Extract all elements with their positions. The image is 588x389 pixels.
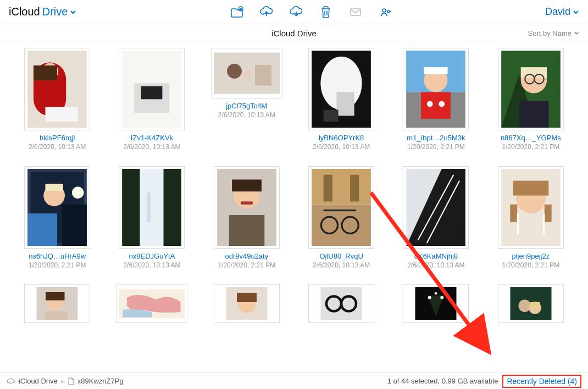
file-item[interactable] — [487, 284, 575, 323]
file-item[interactable] — [392, 284, 480, 323]
svg-rect-42 — [27, 213, 57, 246]
svg-rect-52 — [229, 215, 265, 246]
file-thumbnail — [308, 284, 374, 323]
svg-rect-68 — [545, 205, 552, 222]
file-name: jpCl75gTc4M — [226, 102, 267, 110]
file-date: 2/6/2020, 10:13 AM — [313, 261, 370, 269]
recently-deleted-link[interactable]: Recently Deleted (4) — [502, 375, 581, 388]
file-thumbnail — [119, 166, 185, 249]
upload-button[interactable] — [259, 5, 274, 19]
svg-rect-91 — [530, 302, 540, 308]
svg-rect-41 — [46, 184, 63, 191]
chevron-down-icon — [70, 9, 76, 15]
file-date: 2/6/2020, 10:13 AM — [29, 143, 86, 151]
file-item[interactable] — [13, 284, 101, 323]
file-thumbnail — [308, 48, 374, 130]
share-button[interactable] — [378, 5, 392, 19]
svg-rect-15 — [141, 86, 163, 100]
location-bar: iCloud Drive Sort by Name — [0, 24, 588, 42]
file-icon — [68, 377, 74, 385]
svg-rect-19 — [255, 65, 271, 86]
svg-rect-66 — [513, 181, 549, 196]
file-item[interactable]: m1_Ibpt…2u5M3k1/20/2020, 2:21 PM — [392, 48, 480, 151]
svg-rect-28 — [421, 92, 451, 118]
file-item[interactable]: odr9v49u2aty1/20/2020, 2:21 PM — [203, 166, 291, 269]
file-item[interactable] — [108, 284, 196, 323]
file-date: 2/6/2020, 10:13 AM — [123, 143, 180, 151]
user-menu[interactable]: David — [545, 6, 579, 18]
file-item[interactable]: n867Xq…_YGPMs1/20/2020, 2:21 PM — [487, 48, 575, 151]
file-item[interactable]: lyBN6OPYrK82/6/2020, 10:13 AM — [297, 48, 385, 151]
svg-point-87 — [435, 292, 437, 295]
file-name: IZv1-K4ZKVk — [131, 134, 173, 142]
file-thumbnail — [211, 48, 282, 98]
svg-rect-56 — [350, 175, 359, 201]
svg-rect-78 — [237, 293, 257, 303]
file-item[interactable]: pljen9pejj2z1/20/2020, 2:21 PM — [487, 166, 575, 269]
breadcrumb-root[interactable]: iCloud Drive — [19, 377, 58, 385]
cloud-icon — [7, 378, 15, 384]
location-title: iCloud Drive — [271, 29, 317, 38]
svg-point-18 — [242, 70, 252, 80]
svg-rect-73 — [46, 292, 65, 300]
file-thumbnail — [498, 284, 564, 323]
file-item[interactable]: OjlU80_RvqU2/6/2020, 10:13 AM — [297, 166, 385, 269]
file-date: 2/6/2020, 10:13 AM — [313, 143, 370, 151]
file-name: odr9v49u2aty — [225, 252, 268, 260]
file-date: 1/20/2020, 2:21 PM — [29, 261, 86, 269]
svg-point-17 — [227, 64, 242, 79]
sort-label: Sort by Name — [528, 29, 572, 37]
sort-button[interactable]: Sort by Name — [528, 29, 579, 37]
svg-point-6 — [382, 9, 386, 12]
file-thumbnail — [116, 284, 187, 323]
file-date: 1/20/2020, 2:21 PM — [407, 143, 465, 151]
file-item[interactable]: nx8EDJGuYtA2/6/2020, 10:13 AM — [108, 166, 196, 269]
toolbar-actions — [76, 5, 545, 19]
breadcrumb: iCloud Drive ▸ x89KwznZ7Pg — [7, 377, 124, 385]
file-thumbnail — [403, 284, 469, 323]
download-button[interactable] — [289, 5, 303, 19]
file-date: 1/20/2020, 2:21 PM — [502, 261, 559, 269]
delete-button[interactable] — [319, 5, 333, 19]
main-toolbar: iCloud Drive David — [0, 0, 588, 24]
file-thumbnail — [403, 166, 469, 249]
file-date: 2/6/2020, 10:13 AM — [407, 261, 464, 269]
file-item[interactable]: oK6KaMNjhj82/6/2020, 10:13 AM — [392, 166, 480, 269]
svg-point-44 — [72, 187, 84, 199]
file-item[interactable] — [203, 284, 291, 323]
svg-rect-47 — [147, 193, 151, 222]
breadcrumb-current[interactable]: x89KwznZ7Pg — [77, 377, 124, 385]
chevron-down-icon — [573, 9, 579, 15]
file-thumbnail — [24, 166, 90, 249]
mail-button[interactable] — [348, 5, 363, 19]
svg-rect-11 — [34, 65, 57, 80]
svg-rect-43 — [62, 205, 87, 246]
file-thumbnail — [119, 48, 185, 130]
file-thumbnail — [214, 284, 280, 323]
file-name: oK6KaMNjhj8 — [414, 252, 458, 260]
file-thumbnail — [498, 166, 564, 249]
file-item[interactable]: hkisPF6rqjl2/6/2020, 10:13 AM — [13, 48, 101, 151]
file-date: 1/20/2020, 2:21 PM — [502, 143, 559, 151]
file-name: ns6hJQ…uHrA9w — [29, 252, 86, 260]
file-date: 2/6/2020, 10:13 AM — [123, 261, 180, 269]
new-folder-button[interactable] — [230, 5, 244, 19]
svg-point-7 — [387, 10, 390, 13]
file-item[interactable]: jpCl75gTc4M2/6/2020, 10:13 AM — [203, 48, 291, 151]
chevron-down-icon — [574, 30, 579, 36]
file-name: n867Xq…_YGPMs — [501, 134, 561, 142]
file-name: lyBN6OPYrK8 — [319, 134, 364, 142]
brand-dropdown[interactable]: iCloud Drive — [9, 6, 76, 18]
file-item[interactable]: IZv1-K4ZKVk2/6/2020, 10:13 AM — [108, 48, 196, 151]
svg-point-89 — [518, 300, 531, 313]
svg-point-86 — [441, 296, 444, 299]
file-item[interactable] — [297, 284, 385, 323]
svg-rect-37 — [519, 101, 548, 128]
svg-rect-12 — [46, 107, 78, 122]
svg-rect-5 — [351, 9, 360, 15]
svg-rect-51 — [241, 201, 253, 204]
brand-icloud: iCloud — [9, 6, 40, 18]
svg-rect-74 — [45, 311, 68, 321]
file-name: m1_Ibpt…2u5M3k — [407, 134, 465, 142]
file-item[interactable]: ns6hJQ…uHrA9w1/20/2020, 2:21 PM — [13, 166, 101, 269]
